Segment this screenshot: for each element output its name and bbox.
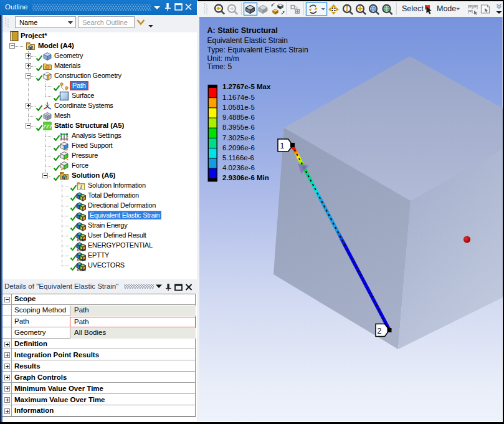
svg-text:1: 1 — [280, 142, 285, 150]
svg-text:A: Static Structural: A: Static Structural — [207, 26, 278, 35]
svg-text:9.4885e-6: 9.4885e-6 — [222, 113, 255, 121]
svg-text:7.3025e-6: 7.3025e-6 — [222, 134, 255, 142]
svg-text:2: 2 — [378, 327, 382, 335]
svg-text:Equivalent Elastic Strain: Equivalent Elastic Strain — [207, 36, 288, 45]
svg-text:2.9306e-6 Min: 2.9306e-6 Min — [222, 174, 269, 181]
svg-text:Unit: m/m: Unit: m/m — [207, 54, 239, 63]
svg-text:8.3955e-6: 8.3955e-6 — [222, 123, 255, 131]
svg-text:777: 777 — [42, 123, 52, 129]
svg-text:Select: Select — [402, 4, 424, 13]
svg-text:USER: USER — [77, 267, 86, 271]
svg-text:Mode: Mode — [437, 4, 456, 13]
svg-text:1.2767e-5 Max: 1.2767e-5 Max — [222, 83, 271, 90]
svg-text:5.1166e-6: 5.1166e-6 — [222, 154, 254, 161]
svg-text:Type: Equivalent Elastic Strai: Type: Equivalent Elastic Strain — [207, 46, 308, 54]
svg-text:Time: 5: Time: 5 — [207, 62, 232, 71]
svg-text:1.0581e-5: 1.0581e-5 — [222, 104, 255, 111]
svg-text:4.0236e-6: 4.0236e-6 — [222, 164, 255, 171]
svg-text:6.2096e-6: 6.2096e-6 — [222, 144, 255, 152]
svg-text:1.1674e-5: 1.1674e-5 — [222, 94, 255, 101]
